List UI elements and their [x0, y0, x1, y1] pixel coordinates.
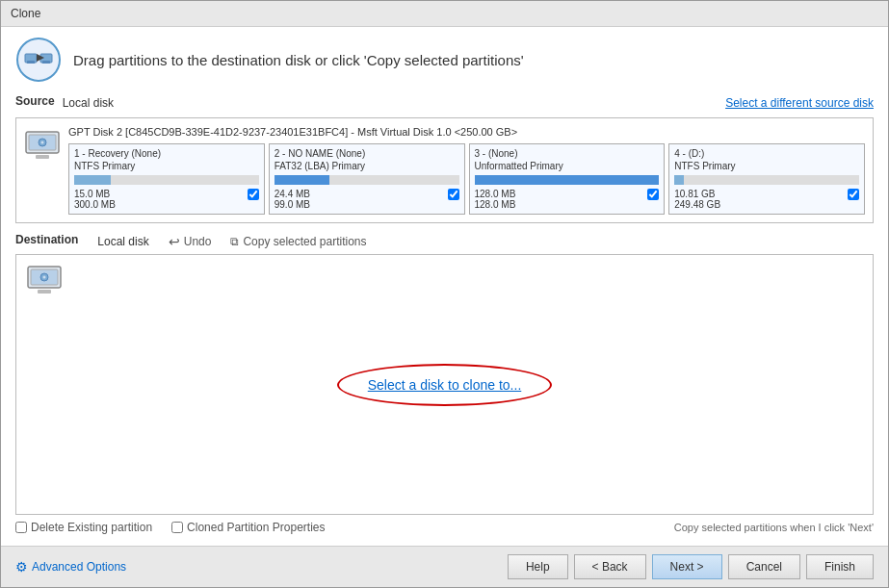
undo-label: Undo	[184, 235, 212, 248]
partition-3-footer: 128.0 MB 128.0 MB	[475, 189, 660, 210]
advanced-options-label: Advanced Options	[32, 560, 126, 574]
destination-label: Destination	[15, 233, 78, 246]
cancel-button[interactable]: Cancel	[728, 554, 800, 579]
partition-1-checkbox[interactable]	[248, 189, 259, 200]
source-disk-type: Local disk	[63, 96, 114, 110]
partition-2-bar-bg	[275, 175, 459, 185]
dest-toolbar: Destination Local disk ↩ Undo ⧉ Copy sel…	[15, 233, 874, 250]
partition-4-footer: 10.81 GB 249.48 GB	[674, 189, 859, 210]
dest-monitor-icon	[26, 265, 63, 298]
partitions-row: 1 - Recovery (None) NTFS Primary 15.0 MB…	[68, 143, 865, 215]
source-left: Source Local disk	[15, 94, 114, 112]
partition-1-bar	[74, 175, 111, 185]
content-area: Drag partitions to the destination disk …	[1, 27, 888, 546]
svg-point-0	[17, 38, 60, 81]
partition-4-bar-bg	[674, 175, 859, 185]
destination-disk-type: Local disk	[97, 235, 148, 248]
delete-partition-option[interactable]: Delete Existing partition	[15, 521, 152, 534]
partition-1-name: 1 - Recovery (None)	[74, 148, 259, 159]
cloned-properties-label: Cloned Partition Properties	[187, 521, 325, 534]
partition-3-sizes: 128.0 MB 128.0 MB	[475, 189, 516, 210]
select-disk-oval: Select a disk to clone to...	[337, 364, 553, 406]
partition-4-bar	[674, 175, 684, 185]
copy-note: Copy selected partitions when I click 'N…	[674, 522, 874, 533]
header-title: Drag partitions to the destination disk …	[73, 52, 524, 68]
delete-partition-label: Delete Existing partition	[31, 521, 152, 534]
undo-button[interactable]: ↩ Undo	[169, 234, 212, 249]
svg-point-8	[41, 141, 44, 144]
copy-partitions-button[interactable]: ⧉ Copy selected partitions	[230, 235, 366, 248]
finish-button[interactable]: Finish	[806, 554, 874, 579]
destination-section: Destination Local disk ↩ Undo ⧉ Copy sel…	[15, 233, 874, 536]
partition-2-sizes: 24.4 MB 99.0 MB	[275, 189, 310, 210]
cloned-properties-option[interactable]: Cloned Partition Properties	[171, 521, 325, 534]
header-section: Drag partitions to the destination disk …	[15, 37, 874, 83]
footer-bar: ⚙ Advanced Options Help < Back Next > Ca…	[1, 546, 888, 587]
bottom-options: Delete Existing partition Cloned Partiti…	[15, 515, 874, 536]
partition-4-sizes: 10.81 GB 249.48 GB	[674, 189, 720, 210]
source-label: Source	[15, 94, 55, 108]
next-button[interactable]: Next >	[652, 554, 722, 579]
partition-2-footer: 24.4 MB 99.0 MB	[275, 189, 459, 210]
partition-item-3: 3 - (None) Unformatted Primary 128.0 MB …	[469, 143, 666, 215]
partition-1-type: NTFS Primary	[74, 161, 259, 171]
partition-4-type: NTFS Primary	[674, 161, 859, 171]
partition-2-checkbox[interactable]	[448, 189, 459, 200]
partition-item-2: 2 - NO NAME (None) FAT32 (LBA) Primary 2…	[269, 143, 465, 215]
partition-3-checkbox[interactable]	[647, 189, 659, 200]
cloned-properties-checkbox[interactable]	[171, 522, 183, 533]
svg-point-13	[43, 276, 46, 279]
partition-2-checkbox-wrap[interactable]	[448, 189, 459, 200]
source-row: Source Local disk Select a different sou…	[15, 94, 874, 112]
partition-item-1: 1 - Recovery (None) NTFS Primary 15.0 MB…	[68, 143, 265, 215]
select-disk-link[interactable]: Select a disk to clone to...	[368, 377, 522, 393]
window-title: Clone	[11, 7, 40, 20]
partition-1-sizes: 15.0 MB 300.0 MB	[74, 189, 116, 210]
source-disk-icon	[24, 130, 61, 164]
partition-3-type: Unformatted Primary	[475, 161, 660, 171]
svg-rect-9	[36, 155, 49, 159]
partition-2-bar	[275, 175, 330, 185]
copy-label: Copy selected partitions	[243, 235, 366, 248]
partition-item-4: 4 - (D:) NTFS Primary 10.81 GB 249.48 GB	[668, 143, 865, 215]
partition-4-checkbox[interactable]	[848, 189, 859, 200]
partition-2-type: FAT32 (LBA) Primary	[275, 161, 459, 171]
back-button[interactable]: < Back	[574, 554, 646, 579]
footer-buttons: Help < Back Next > Cancel Finish	[508, 554, 874, 579]
partition-3-bar-bg	[475, 175, 660, 185]
partition-1-footer: 15.0 MB 300.0 MB	[74, 189, 259, 210]
advanced-options-icon: ⚙	[15, 559, 28, 575]
svg-rect-2	[27, 61, 35, 64]
partition-3-name: 3 - (None)	[475, 148, 660, 159]
svg-rect-14	[38, 290, 51, 294]
select-different-source-link[interactable]: Select a different source disk	[725, 96, 874, 110]
title-bar: Clone	[1, 1, 888, 27]
undo-icon: ↩	[169, 234, 180, 249]
partition-4-checkbox-wrap[interactable]	[848, 189, 859, 200]
advanced-options-link[interactable]: ⚙ Advanced Options	[15, 559, 126, 575]
copy-icon: ⧉	[230, 235, 239, 248]
disk-header: GPT Disk 2 [C845CD9B-339E-41D2-9237-2340…	[68, 126, 865, 138]
clone-icon	[15, 37, 62, 83]
source-panel: GPT Disk 2 [C845CD9B-339E-41D2-9237-2340…	[15, 117, 874, 223]
svg-rect-4	[42, 61, 50, 64]
partition-3-bar	[475, 175, 660, 185]
partition-4-name: 4 - (D:)	[674, 148, 859, 159]
disk-info: GPT Disk 2 [C845CD9B-339E-41D2-9237-2340…	[68, 126, 865, 215]
partition-1-checkbox-wrap[interactable]	[248, 189, 259, 200]
help-button[interactable]: Help	[508, 554, 568, 579]
destination-panel: Select a disk to clone to...	[15, 254, 874, 515]
partition-3-checkbox-wrap[interactable]	[647, 189, 659, 200]
clone-window: Clone Drag partitions to the destination…	[0, 0, 889, 588]
partition-2-name: 2 - NO NAME (None)	[275, 148, 459, 159]
delete-partition-checkbox[interactable]	[15, 522, 27, 533]
partition-1-bar-bg	[74, 175, 259, 185]
